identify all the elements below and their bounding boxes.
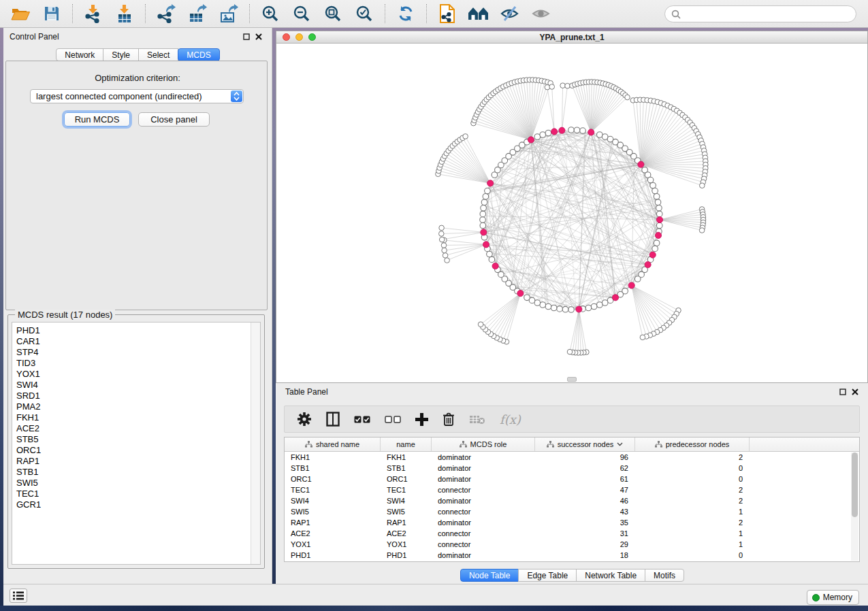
cell[interactable]: FKH1 — [381, 452, 432, 463]
cell[interactable]: 1 — [635, 506, 750, 517]
cell[interactable]: RAP1 — [285, 517, 381, 528]
table-row[interactable]: YOX1YOX1connector291 — [285, 539, 859, 550]
cell[interactable]: ACE2 — [381, 528, 432, 539]
zoom-out-button[interactable] — [291, 3, 312, 24]
cell[interactable]: 18 — [535, 550, 635, 561]
cell[interactable]: connector — [432, 484, 535, 495]
cell[interactable]: PHD1 — [381, 550, 432, 561]
cell[interactable]: 62 — [535, 463, 635, 474]
mcds-result-item[interactable]: TEC1 — [16, 489, 248, 499]
cell[interactable]: PHD1 — [285, 550, 381, 561]
column-header-name[interactable]: name — [381, 437, 432, 451]
cell[interactable]: STB1 — [285, 463, 381, 474]
column-header-predecessor-nodes[interactable]: predecessor nodes — [635, 437, 750, 451]
cell[interactable]: 35 — [535, 517, 635, 528]
search-input[interactable] — [685, 10, 850, 19]
cell[interactable]: 31 — [535, 528, 635, 539]
close-panel-button[interactable] — [253, 31, 265, 42]
cell[interactable]: dominator — [432, 463, 535, 474]
table-row[interactable]: SWI4SWI4dominator462 — [285, 495, 859, 506]
mcds-result-item[interactable]: GCR1 — [16, 499, 248, 510]
network-graph[interactable] — [276, 44, 867, 382]
delete-column-button[interactable] — [443, 409, 455, 429]
cell[interactable]: 0 — [635, 474, 750, 484]
cell[interactable]: SWI4 — [381, 495, 432, 506]
column-header-successor-nodes[interactable]: successor nodes — [535, 437, 635, 451]
table-row[interactable]: TEC1TEC1connector472 — [285, 484, 859, 495]
refresh-button[interactable] — [395, 3, 417, 24]
memory-button[interactable]: Memory — [807, 590, 859, 605]
save-session-button[interactable] — [41, 3, 63, 24]
task-history-button[interactable] — [10, 589, 27, 603]
zoom-fit-button[interactable] — [322, 3, 344, 24]
network-window-titlebar[interactable]: YPA_prune.txt_1 — [276, 31, 867, 44]
select-all-button[interactable] — [354, 409, 370, 429]
mcds-result-item[interactable]: ORC1 — [16, 445, 248, 456]
mcds-result-item[interactable]: RAP1 — [16, 456, 248, 467]
mcds-result-item[interactable]: ACE2 — [16, 423, 248, 434]
tab-style[interactable]: Style — [103, 48, 139, 61]
zoom-selected-button[interactable] — [353, 3, 375, 24]
float-panel-button[interactable] — [240, 31, 253, 42]
zoom-in-button[interactable] — [259, 3, 281, 24]
mcds-result-item[interactable]: PHD1 — [16, 325, 248, 336]
cell[interactable]: RAP1 — [381, 517, 432, 528]
tab-select[interactable]: Select — [138, 48, 178, 61]
cell[interactable]: SWI4 — [285, 495, 381, 506]
tab-edge-table[interactable]: Edge Table — [518, 569, 577, 582]
cell[interactable]: STB1 — [381, 463, 432, 474]
table-scrollbar[interactable] — [851, 452, 858, 561]
cell[interactable]: 0 — [635, 463, 750, 474]
cell[interactable]: connector — [432, 528, 535, 539]
mcds-result-item[interactable]: TID3 — [16, 358, 248, 369]
table-row[interactable]: STB1STB1dominator620 — [285, 463, 859, 474]
import-network-button[interactable] — [82, 3, 104, 24]
mcds-result-item[interactable]: YOX1 — [16, 369, 248, 380]
table-row[interactable]: ACE2ACE2connector311 — [285, 528, 859, 539]
tab-network-table[interactable]: Network Table — [576, 569, 645, 582]
cell[interactable]: YOX1 — [381, 539, 432, 550]
table-row[interactable]: FKH1FKH1dominator962 — [285, 452, 859, 463]
mcds-result-item[interactable]: CAR1 — [16, 336, 248, 347]
open-file-button[interactable] — [10, 3, 31, 24]
cell[interactable]: 2 — [635, 452, 750, 463]
mcds-result-item[interactable]: PMA2 — [16, 401, 248, 412]
hide-selected-button[interactable] — [499, 3, 521, 24]
node-table[interactable]: shared namenameMCDS rolesuccessor nodesp… — [284, 437, 860, 562]
table-row[interactable]: ORC1ORC1dominator610 — [285, 474, 859, 484]
mcds-list-scrollbar[interactable] — [251, 323, 260, 564]
mcds-result-item[interactable]: SRD1 — [16, 391, 248, 401]
show-all-button[interactable] — [530, 3, 552, 24]
show-columns-button[interactable] — [326, 409, 340, 429]
cell[interactable]: TEC1 — [381, 484, 432, 495]
table-scrollbar-thumb[interactable] — [852, 452, 858, 517]
cell[interactable]: 46 — [535, 495, 635, 506]
share-document-button[interactable] — [436, 3, 458, 24]
optimization-criterion-select[interactable]: largest connected component (undirected) — [30, 89, 244, 103]
cell[interactable]: 1 — [635, 528, 750, 539]
cell[interactable]: YOX1 — [285, 539, 381, 550]
cell[interactable]: SWI5 — [381, 506, 432, 517]
cell[interactable]: connector — [432, 506, 535, 517]
network-canvas[interactable] — [276, 44, 867, 382]
table-row[interactable]: PHD1PHD1dominator180 — [285, 550, 859, 561]
cell[interactable]: FKH1 — [285, 452, 381, 463]
add-column-button[interactable] — [415, 409, 428, 429]
cell[interactable]: dominator — [432, 517, 535, 528]
cell[interactable]: 2 — [635, 517, 750, 528]
table-settings-button[interactable] — [297, 409, 312, 429]
cell[interactable]: dominator — [432, 452, 535, 463]
cell[interactable]: 61 — [535, 474, 635, 484]
export-table-button[interactable] — [187, 3, 208, 24]
cell[interactable]: 96 — [535, 452, 635, 463]
first-neighbors-button[interactable] — [468, 3, 489, 24]
float-table-panel-button[interactable] — [837, 386, 849, 397]
cell[interactable]: SWI5 — [285, 506, 381, 517]
tab-mcds[interactable]: MCDS — [178, 48, 219, 61]
table-row[interactable]: SWI5SWI5connector431 — [285, 506, 859, 517]
canvas-splitter-handle[interactable] — [567, 377, 577, 382]
cell[interactable]: 0 — [635, 550, 750, 561]
tab-network[interactable]: Network — [56, 48, 103, 61]
column-header-shared-name[interactable]: shared name — [285, 437, 381, 451]
cell[interactable]: 47 — [535, 484, 635, 495]
